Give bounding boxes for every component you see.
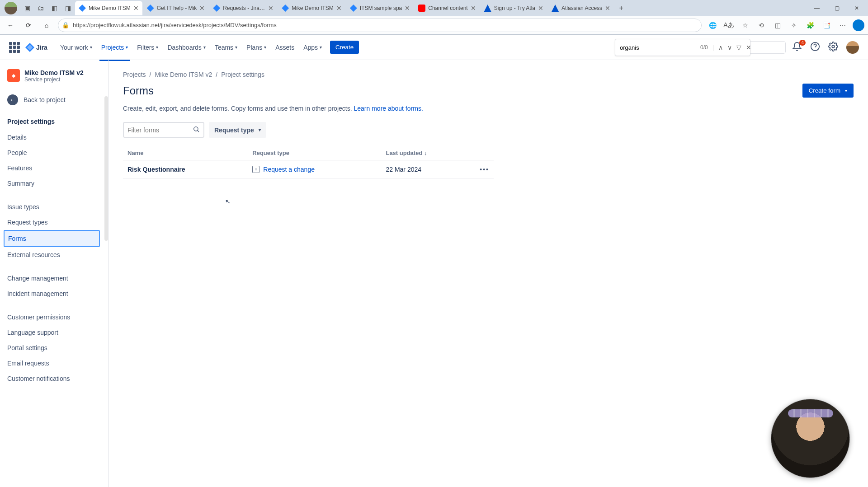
sync-icon[interactable]: ⟲ — [755, 19, 768, 32]
find-close-icon[interactable]: ✕ — [746, 44, 751, 51]
nav-item-assets[interactable]: Assets — [272, 41, 298, 54]
breadcrumb-item[interactable]: Mike Demo ITSM v2 — [155, 71, 212, 78]
nav-item-filters[interactable]: Filters▾ — [133, 41, 162, 54]
request-type-link[interactable]: Request a change — [263, 166, 315, 173]
svg-point-1 — [832, 45, 835, 48]
new-tab-button[interactable]: + — [615, 2, 627, 14]
sidebar-scrollbar[interactable] — [104, 96, 108, 241]
read-aloud-icon[interactable]: Aあ — [722, 19, 735, 32]
find-next-icon[interactable]: ∨ — [727, 44, 732, 51]
notifications-icon[interactable]: 4 — [792, 42, 804, 53]
sidebar-item-issue-types[interactable]: Issue types — [4, 199, 100, 215]
lock-icon: 🔒 — [62, 22, 69, 28]
tab-actions-icon[interactable]: 🗂 — [34, 2, 47, 14]
favorites-bar-icon[interactable]: ✧ — [788, 19, 800, 32]
split-icon[interactable]: ◫ — [771, 19, 784, 32]
sidebar-item-summary[interactable]: Summary — [4, 176, 100, 191]
find-input[interactable] — [620, 44, 696, 51]
app-switcher-icon[interactable] — [9, 42, 20, 53]
sidebar-item-details[interactable]: Details — [4, 130, 100, 145]
nav-item-projects[interactable]: Projects▾ — [98, 41, 132, 54]
sidebar-item-customer-permissions[interactable]: Customer permissions — [4, 309, 100, 325]
find-filter-icon[interactable]: ▽ — [736, 44, 741, 51]
browser-tab[interactable]: Requests - Jira Se ✕ — [209, 1, 277, 15]
browser-tab[interactable]: Atlassian Access ✕ — [548, 1, 614, 15]
nav-item-your-work[interactable]: Your work▾ — [57, 41, 96, 54]
search-icon[interactable] — [193, 126, 200, 134]
chevron-down-icon: ▾ — [126, 45, 128, 50]
nav-item-teams[interactable]: Teams▾ — [211, 41, 241, 54]
nav-label: Teams — [215, 44, 233, 51]
table-header[interactable]: Name — [123, 146, 248, 160]
sidebar-item-language-support[interactable]: Language support — [4, 325, 100, 340]
copilot-icon[interactable] — [853, 19, 864, 31]
sidebar-item-people[interactable]: People — [4, 145, 100, 160]
sidebar-item-customer-notifications[interactable]: Customer notifications — [4, 371, 100, 386]
browser-tab[interactable]: Sign up - Try Atla ✕ — [481, 1, 547, 15]
browser-tab[interactable]: ITSM sample spa ✕ — [346, 1, 414, 15]
form-name-cell[interactable]: Risk Questionnaire — [123, 160, 248, 179]
table-header[interactable]: Request type — [248, 146, 381, 160]
find-prev-icon[interactable]: ∧ — [718, 44, 723, 51]
nav-label: Filters — [137, 44, 154, 51]
translate-icon[interactable]: 🌐 — [706, 19, 719, 32]
breadcrumb-item[interactable]: Projects — [123, 71, 146, 78]
window-close[interactable]: ✕ — [847, 1, 866, 15]
tab-close-icon[interactable]: ✕ — [268, 5, 274, 12]
sidebar-item-features[interactable]: Features — [4, 160, 100, 176]
workspaces-icon[interactable]: ▣ — [21, 2, 33, 14]
request-type-filter-button[interactable]: Request type ▾ — [209, 122, 266, 138]
browser-tab[interactable]: Mike Demo ITSM ✕ — [75, 1, 142, 15]
filter-forms-input-wrap — [123, 122, 204, 138]
help-icon[interactable] — [810, 42, 822, 53]
table-header[interactable]: Last updated ↓ — [381, 146, 475, 160]
tab-close-icon[interactable]: ✕ — [199, 5, 205, 12]
chevron-down-icon: ▾ — [320, 45, 322, 50]
create-form-button[interactable]: Create form ▾ — [802, 84, 854, 98]
learn-more-link[interactable]: Learn more about forms. — [354, 105, 423, 112]
browser-tab[interactable]: Get IT help - Mik ✕ — [143, 1, 208, 15]
tab-close-icon[interactable]: ✕ — [336, 5, 342, 12]
back-to-project-link[interactable]: ← Back to project — [4, 90, 108, 110]
jira-logo[interactable]: Jira — [25, 43, 47, 52]
nav-item-apps[interactable]: Apps▾ — [300, 41, 326, 54]
extensions-icon[interactable]: 🧩 — [804, 19, 816, 32]
url-input[interactable]: 🔒 https://projectflowuk.atlassian.net/ji… — [58, 19, 702, 32]
collections2-icon[interactable]: 📑 — [820, 19, 833, 32]
tab-close-icon[interactable]: ✕ — [405, 5, 410, 12]
sidebar-item-email-requests[interactable]: Email requests — [4, 356, 100, 371]
filter-forms-input[interactable] — [127, 126, 186, 134]
tab-close-icon[interactable]: ✕ — [605, 5, 610, 12]
tab-close-icon[interactable]: ✕ — [538, 5, 543, 12]
tab-close-icon[interactable]: ✕ — [133, 5, 139, 12]
nav-item-dashboards[interactable]: Dashboards▾ — [164, 41, 209, 54]
nav-refresh-button[interactable]: ⟳ — [22, 19, 35, 32]
sidebar-item-incident-management[interactable]: Incident management — [4, 286, 100, 301]
sidebar-item-request-types[interactable]: Request types — [4, 215, 100, 230]
more-icon[interactable]: ⋯ — [836, 19, 849, 32]
breadcrumb-item[interactable]: Project settings — [221, 71, 264, 78]
row-more-actions-icon[interactable]: ••• — [475, 160, 494, 179]
sidebar-item-forms[interactable]: Forms — [4, 230, 100, 247]
vertical-tabs-icon[interactable]: ◨ — [61, 2, 74, 14]
nav-item-plans[interactable]: Plans▾ — [243, 41, 270, 54]
create-button[interactable]: Create — [330, 41, 359, 54]
window-maximize[interactable]: ▢ — [827, 1, 846, 15]
tab-title: Requests - Jira Se — [223, 5, 265, 11]
sidebar-item-external-resources[interactable]: External resources — [4, 247, 100, 262]
tab-favicon — [484, 5, 491, 12]
collections-icon[interactable]: ◧ — [48, 2, 61, 14]
table-row[interactable]: Risk Questionnaire ≡ Request a change 22… — [123, 160, 494, 179]
tab-close-icon[interactable]: ✕ — [471, 5, 476, 12]
sidebar-item-portal-settings[interactable]: Portal settings — [4, 340, 100, 356]
favorite-icon[interactable]: ☆ — [739, 19, 751, 32]
nav-home-button[interactable]: ⌂ — [40, 19, 53, 32]
browser-profile-avatar[interactable] — [5, 2, 17, 14]
window-minimize[interactable]: — — [807, 1, 826, 15]
settings-icon[interactable] — [828, 42, 840, 53]
browser-tab[interactable]: Channel content ✕ — [415, 1, 479, 15]
user-avatar[interactable] — [846, 41, 859, 54]
browser-tab[interactable]: Mike Demo ITSM ✕ — [278, 1, 345, 15]
sidebar-item-change-management[interactable]: Change management — [4, 271, 100, 286]
nav-back-button[interactable]: ← — [4, 19, 17, 32]
